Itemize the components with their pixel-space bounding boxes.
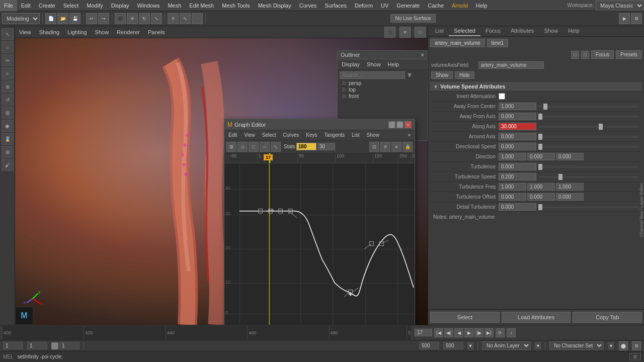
- minimize-button[interactable]: _: [388, 121, 395, 128]
- inv-atten-checkbox[interactable]: [499, 93, 505, 100]
- direction-x-input[interactable]: [499, 153, 526, 160]
- outliner-item-persp[interactable]: 🎥 persp: [338, 80, 427, 86]
- outliner-item-front[interactable]: 🎥 front: [338, 93, 427, 100]
- brush-icon[interactable]: 🖌: [2, 159, 14, 171]
- save-scene-btn[interactable]: 💾: [69, 13, 80, 24]
- play-back-btn[interactable]: ◀: [454, 328, 463, 337]
- vp-wire-btn[interactable]: □: [415, 27, 426, 38]
- ge-normalize-btn[interactable]: ≡: [391, 142, 401, 152]
- history-icon[interactable]: ⌛: [2, 133, 14, 145]
- anim-layer-select[interactable]: No Anim Layer: [482, 341, 531, 350]
- turb-speed-input[interactable]: [499, 173, 536, 180]
- menu-display[interactable]: Display: [107, 0, 133, 11]
- load-attributes-btn[interactable]: Load Attributes: [502, 312, 571, 323]
- ge-tangents-menu[interactable]: Tangents: [321, 131, 348, 139]
- panel-icon-btn1[interactable]: □: [571, 51, 579, 59]
- ge-value-input[interactable]: [317, 143, 335, 150]
- select-btn[interactable]: Select: [430, 312, 500, 323]
- maximize-button[interactable]: □: [396, 121, 404, 128]
- lighting-menu[interactable]: Lighting: [65, 28, 89, 36]
- step-back-btn[interactable]: ◀|: [444, 328, 453, 337]
- artery-badge[interactable]: artery_main_volume: [430, 39, 485, 47]
- direction-y-input[interactable]: [527, 153, 555, 160]
- grid-icon[interactable]: ⊞: [2, 146, 14, 158]
- viewport-canvas[interactable]: Outliner × Display Show Help ▼ 🎥 persp: [15, 38, 428, 325]
- rotate-tool-btn[interactable]: ↻: [139, 13, 150, 24]
- turb-offset-z-input[interactable]: [556, 193, 584, 201]
- bottom-timeline-bar[interactable]: 400 420 440 460 480 500: [2, 326, 411, 340]
- menu-uv[interactable]: UV: [377, 0, 392, 11]
- renderer-menu[interactable]: Renderer: [115, 28, 142, 36]
- open-scene-btn[interactable]: 📂: [57, 13, 68, 24]
- menu-generate[interactable]: Generate: [392, 0, 424, 11]
- autokey-btn[interactable]: ⬤: [619, 341, 628, 350]
- menu-cache[interactable]: Cache: [424, 0, 448, 11]
- range-start-input[interactable]: [419, 342, 439, 349]
- volume-speed-header[interactable]: ▼ Volume Speed Attributes: [430, 82, 642, 92]
- around-axis-slider[interactable]: [538, 136, 639, 138]
- outliner-expand-icon[interactable]: ▼: [406, 71, 413, 79]
- menu-mesh[interactable]: Mesh: [164, 0, 185, 11]
- no-live-surface-btn[interactable]: No Live Surface: [390, 14, 435, 23]
- lasso-icon[interactable]: ○: [2, 41, 14, 53]
- snap-grid-btn[interactable]: #: [168, 13, 179, 24]
- snap-curve-btn[interactable]: ∿: [180, 13, 191, 24]
- current-frame-field[interactable]: [59, 342, 79, 349]
- soft-select-icon[interactable]: ◉: [2, 120, 14, 132]
- turbulence-input[interactable]: [499, 163, 536, 170]
- tab-focus[interactable]: Focus: [480, 26, 506, 36]
- sculpt-icon[interactable]: ≈: [2, 67, 14, 79]
- move-tool-btn[interactable]: ✛: [127, 13, 138, 24]
- turb-freq-z-input[interactable]: [556, 183, 584, 191]
- detail-turb-slider[interactable]: [538, 206, 639, 208]
- loop-btn[interactable]: ⟳: [496, 328, 505, 337]
- volume-axis-input[interactable]: [478, 61, 544, 69]
- menu-edit[interactable]: Edit: [17, 0, 35, 11]
- around-axis-input[interactable]: [499, 133, 536, 140]
- menu-edit-mesh[interactable]: Edit Mesh: [185, 0, 218, 11]
- ge-curves-menu[interactable]: Curves: [280, 131, 302, 139]
- menu-file[interactable]: File: [0, 0, 17, 11]
- ge-select-menu[interactable]: Select: [259, 131, 279, 139]
- along-axis-input[interactable]: [499, 123, 536, 130]
- mel-expand-btn[interactable]: ⚙: [629, 353, 641, 360]
- go-to-end-btn[interactable]: ▶|: [485, 328, 494, 337]
- mode-selector[interactable]: Modeling: [2, 13, 40, 24]
- render-btn[interactable]: ▶: [619, 13, 630, 24]
- render-settings-btn[interactable]: ⚙: [631, 13, 642, 24]
- menu-mesh-display[interactable]: Mesh Display: [254, 0, 295, 11]
- view-menu[interactable]: View: [17, 28, 33, 36]
- panels-menu[interactable]: Panels: [146, 28, 167, 36]
- move-icon[interactable]: ⊕: [2, 80, 14, 93]
- ge-keys-menu[interactable]: Keys: [303, 131, 320, 139]
- ge-frame-btn[interactable]: ⊞: [226, 142, 236, 152]
- dir-speed-slider[interactable]: [538, 146, 639, 148]
- menu-modify[interactable]: Modify: [83, 0, 107, 11]
- copy-tab-btn[interactable]: Copy Tab: [573, 312, 642, 323]
- play-forward-btn[interactable]: ▶: [464, 328, 473, 337]
- menu-create[interactable]: Create: [35, 0, 59, 11]
- ge-keys-btn[interactable]: ◇: [237, 142, 248, 152]
- undo-btn[interactable]: ↩: [86, 13, 97, 24]
- ge-time-input[interactable]: [296, 143, 316, 150]
- ge-show-menu[interactable]: Show: [364, 131, 382, 139]
- vp-cam-btn[interactable]: 🎥: [384, 27, 395, 38]
- tab-help[interactable]: Help: [563, 26, 585, 36]
- current-frame-input[interactable]: [415, 329, 432, 336]
- audio-btn[interactable]: ♪: [507, 328, 516, 337]
- tab-attributes[interactable]: Attributes: [506, 26, 539, 36]
- menu-curves[interactable]: Curves: [295, 0, 321, 11]
- menu-select[interactable]: Select: [59, 0, 83, 11]
- tab-show[interactable]: Show: [539, 26, 563, 36]
- direction-z-input[interactable]: [556, 153, 584, 160]
- range-dropdown[interactable]: ▼: [467, 342, 473, 349]
- outliner-search-input[interactable]: [340, 71, 405, 79]
- outliner-close-icon[interactable]: ×: [421, 52, 424, 58]
- menu-deform[interactable]: Deform: [351, 0, 377, 11]
- redo-btn[interactable]: ↪: [98, 13, 109, 24]
- menu-help[interactable]: Help: [472, 0, 492, 11]
- ge-lock-btn[interactable]: 🔒: [403, 142, 413, 152]
- mel-input[interactable]: [18, 354, 625, 359]
- scale-tool-btn[interactable]: ⤡: [151, 13, 162, 24]
- menu-mesh-tools[interactable]: Mesh Tools: [218, 0, 254, 11]
